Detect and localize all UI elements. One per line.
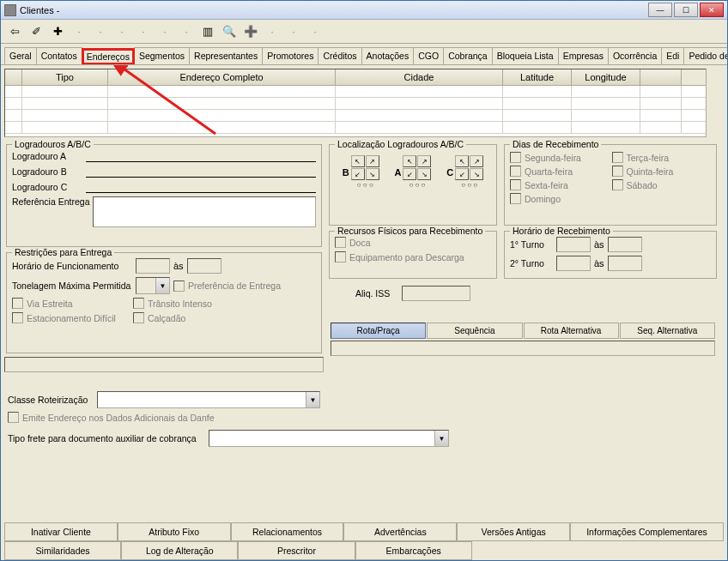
direction-pad-b[interactable]: ↖↗ ↙↘ ○ ○ ○ [351,155,379,189]
btn-similaridades[interactable]: Similaridades [4,541,121,560]
btn-atributo-fixo[interactable]: Atributo Fixo [118,522,231,541]
tabbtn-rota-alt[interactable]: Rota Alternativa [524,323,619,339]
checkbox-via-estreita[interactable] [12,298,23,309]
tabbtn-sequencia[interactable]: Sequência [427,323,522,339]
main-toolbar: ⇦ ✐ ✚ · · · · · · ▥ 🔍 ➕ · · · [1,20,727,44]
input-aliq-iss[interactable] [402,286,470,301]
checkbox-transito[interactable] [133,298,144,309]
btn-prescritor[interactable]: Prescritor [238,541,355,560]
address-grid[interactable]: Tipo Endereço Completo Cidade Latitude L… [4,69,707,137]
dropdown-classe-roteirizacao[interactable]: ▼ [97,391,320,408]
tab-bloqueia-lista[interactable]: Bloqueia Lista [492,47,559,64]
toolbar-btn-7: · [133,21,154,42]
legend-horario-rec: Horário de Recebimento [510,226,613,236]
dropdown-tipo-frete[interactable]: ▼ [209,430,449,447]
legend-recursos: Recursos Físicos para Recebimento [335,226,485,236]
minimize-button[interactable]: — [648,3,672,17]
direction-pad-a[interactable]: ↖↗ ↙↘ ○ ○ ○ [403,155,431,189]
toolbar-search-icon[interactable]: 🔍 [219,21,240,42]
btn-log-alteracao[interactable]: Log de Alteração [121,541,238,560]
grid-header-selector[interactable] [5,69,22,85]
input-turno2-fim[interactable] [608,256,642,271]
toolbar-btn-5: · [90,21,111,42]
checkbox-quinta[interactable] [612,166,623,177]
btn-versoes-antigas[interactable]: Versões Antigas [457,522,570,541]
legend-restricoes: Restrições para Entrega [12,247,114,257]
toolbar-add-icon[interactable]: ➕ [240,21,261,42]
label-turno1: 1° Turno [510,239,553,250]
grid-header-cidade[interactable]: Cidade [336,69,503,85]
maximize-button[interactable]: ☐ [674,3,698,17]
grid-header-latitude[interactable]: Latitude [503,69,572,85]
tab-cgo[interactable]: CGO [413,47,444,64]
toolbar-btn-6: · [112,21,132,42]
tab-edi[interactable]: Edi [661,47,684,64]
grid-row[interactable] [5,122,706,134]
label-tipo-frete: Tipo frete para documento auxiliar de co… [8,433,205,443]
btn-advertencias[interactable]: Advertências [343,522,457,541]
grid-header-tipo[interactable]: Tipo [22,69,108,85]
label-doca: Doca [349,238,420,248]
fieldset-horario-recebimento: Horário de Recebimento 1° Turno às 2° Tu… [504,231,717,279]
tabbtn-rota-praca[interactable]: Rota/Praça [331,323,426,339]
grid-header-longitude[interactable]: Longitude [572,69,640,85]
label-quinta: Quinta-feira [627,166,697,177]
toolbar-new-icon[interactable]: ✚ [47,21,68,42]
window-controls: — ☐ ✕ [648,3,724,17]
toolbar-btn-14: · [283,21,304,42]
tab-cobranca[interactable]: Cobrança [443,47,493,64]
checkbox-equipamento[interactable] [335,251,346,262]
input-horario-inicio[interactable] [136,258,170,274]
checkbox-pref-entrega[interactable] [173,280,185,292]
grid-row[interactable] [5,110,706,122]
toolbar-btn-8: · [155,21,175,42]
btn-relacionamentos[interactable]: Relacionamentos [231,522,344,541]
checkbox-sabado[interactable] [612,179,623,190]
tab-ocorrencia[interactable]: Ocorrência [608,47,662,64]
tab-geral[interactable]: Geral [4,47,37,64]
close-button[interactable]: ✕ [700,3,724,17]
btn-inativar-cliente[interactable]: Inativar Cliente [4,522,118,541]
direction-pad-c[interactable]: ↖↗ ↙↘ ○ ○ ○ [455,155,483,189]
main-tab-strip: Geral Contatos Endereços Segmentos Repre… [1,44,727,65]
checkbox-estacionamento[interactable] [12,312,23,323]
dirpad-a-label: A [395,167,402,178]
grid-row[interactable] [5,98,706,110]
dropdown-tonelagem[interactable]: ▼ [136,277,170,294]
input-referencia-entrega[interactable] [93,196,316,227]
input-turno1-fim[interactable] [608,237,642,252]
tabbtn-seq-alt[interactable]: Seq. Alternativa [620,323,715,339]
tab-contatos[interactable]: Contatos [36,47,82,64]
checkbox-quarta[interactable] [510,166,521,177]
tab-enderecos[interactable]: Endereços [82,48,135,65]
toolbar-list-icon[interactable]: ▥ [197,21,218,42]
toolbar-btn-9: · [176,21,197,42]
grid-header-endereco[interactable]: Endereço Completo [108,69,336,85]
tab-promotores[interactable]: Promotores [262,47,318,64]
input-turno1-inicio[interactable] [556,237,591,252]
checkbox-sexta[interactable] [510,179,521,190]
checkbox-segunda[interactable] [510,152,521,163]
input-turno2-inicio[interactable] [556,256,591,271]
checkbox-doca[interactable] [335,237,346,248]
tab-representantes[interactable]: Representantes [189,47,263,64]
checkbox-emite-danfe[interactable] [8,412,19,423]
checkbox-terca[interactable] [612,152,623,163]
toolbar-back-icon[interactable]: ⇦ [4,21,25,42]
input-horario-fim[interactable] [187,258,221,274]
tab-anotacoes[interactable]: Anotações [361,47,415,64]
checkbox-domingo[interactable] [510,193,521,204]
checkbox-calcadao[interactable] [133,312,144,323]
titlebar: Clientes - — ☐ ✕ [1,1,727,20]
grid-header-scroll [640,69,682,85]
tab-creditos[interactable]: Créditos [318,47,361,64]
tab-segmentos[interactable]: Segmentos [134,47,190,64]
btn-info-complementares[interactable]: Informações Complementares [570,522,724,541]
tab-empresas[interactable]: Empresas [558,47,609,64]
btn-embarcacoes[interactable]: Embarcações [355,541,472,560]
label-sexta: Sexta-feira [525,180,595,190]
tab-pedido-venda[interactable]: Pedido de Venda [683,47,727,64]
grid-row[interactable] [5,86,706,98]
toolbar-btn-13: · [262,21,282,42]
toolbar-edit-icon[interactable]: ✐ [26,21,46,42]
